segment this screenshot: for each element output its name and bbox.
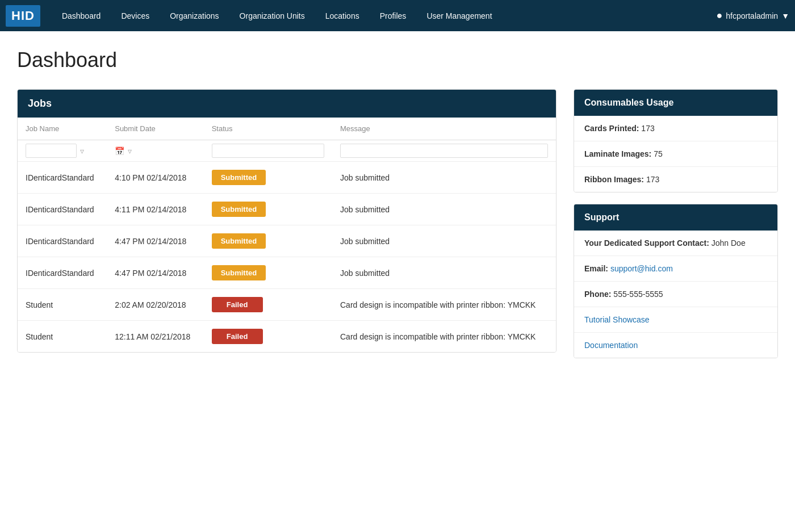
filter-submit-date-cell[interactable]: 📅 ▿ [107, 140, 203, 162]
laminate-label: Laminate Images: [584, 149, 651, 158]
cell-message: Card design is incompatible with printer… [332, 321, 556, 353]
cell-message: Card design is incompatible with printer… [332, 289, 556, 321]
filter-job-name-cell[interactable]: ▿ [18, 140, 107, 162]
phone-value: 555-555-5555 [613, 290, 663, 299]
support-header: Support [574, 204, 777, 231]
filter-job-name-input[interactable] [26, 144, 77, 158]
user-menu[interactable]: ● hfcportaladmin ▼ [716, 10, 789, 22]
table-row: Student 12:11 AM 02/21/2018 Failed Card … [18, 321, 556, 353]
nav-item-user-management[interactable]: User Management [416, 0, 502, 31]
cell-job-name: IDenticardStandard [18, 194, 107, 225]
jobs-table-head: Job Name Submit Date Status Message [18, 118, 556, 140]
cards-printed-value: 173 [641, 124, 654, 133]
nav-link-user-management[interactable]: User Management [416, 0, 502, 31]
user-icon: ● [716, 10, 722, 22]
jobs-table: Job Name Submit Date Status Message ▿ [18, 118, 556, 352]
nav-menu: Dashboard Devices Organizations Organiza… [52, 0, 717, 31]
cell-message: Job submitted [332, 162, 556, 194]
tutorial-row[interactable]: Tutorial Showcase [574, 307, 777, 333]
status-badge: Submitted [212, 265, 266, 280]
contact-value: John Doe [712, 238, 746, 248]
laminate-row: Laminate Images: 75 [574, 141, 777, 167]
nav-item-dashboard[interactable]: Dashboard [52, 0, 111, 31]
nav-link-devices[interactable]: Devices [111, 0, 160, 31]
filter-status-cell[interactable] [204, 140, 332, 162]
cell-job-name: Student [18, 321, 107, 353]
cell-status: Submitted [204, 162, 332, 194]
table-row: IDenticardStandard 4:10 PM 02/14/2018 Su… [18, 162, 556, 194]
cell-job-name: IDenticardStandard [18, 162, 107, 194]
status-badge: Submitted [212, 170, 266, 185]
col-status: Status [204, 118, 332, 140]
status-badge: Submitted [212, 233, 266, 249]
nav-link-dashboard[interactable]: Dashboard [52, 0, 111, 31]
jobs-card: Jobs Job Name Submit Date Status Message [17, 89, 556, 353]
nav-link-organizations[interactable]: Organizations [160, 0, 229, 31]
table-row: IDenticardStandard 4:47 PM 02/14/2018 Su… [18, 257, 556, 289]
cell-submit-date: 2:02 AM 02/20/2018 [107, 289, 203, 321]
cell-job-name: IDenticardStandard [18, 257, 107, 289]
nav-link-locations[interactable]: Locations [315, 0, 370, 31]
status-badge: Failed [212, 297, 263, 312]
consumables-header: Consumables Usage [574, 90, 777, 116]
cell-status: Submitted [204, 225, 332, 257]
contact-label: Your Dedicated Support Contact: [584, 238, 709, 248]
calendar-icon[interactable]: 📅 [115, 146, 124, 156]
filter-message-cell[interactable] [332, 140, 556, 162]
contact-row: Your Dedicated Support Contact: John Doe [574, 231, 777, 256]
col-submit-date: Submit Date [107, 118, 203, 140]
email-row: Email: support@hid.com [574, 256, 777, 282]
jobs-card-header: Jobs [18, 90, 556, 118]
username: hfcportaladmin [726, 11, 778, 20]
nav-link-profiles[interactable]: Profiles [370, 0, 417, 31]
support-card: Support Your Dedicated Support Contact: … [574, 204, 778, 358]
main-content: Dashboard Jobs Job Name Submit Date Stat… [0, 31, 795, 532]
status-badge: Failed [212, 329, 263, 344]
filter-date-icon[interactable]: ▿ [128, 146, 132, 156]
cell-submit-date: 12:11 AM 02/21/2018 [107, 321, 203, 353]
laminate-value: 75 [654, 149, 663, 158]
nav-item-organizations[interactable]: Organizations [160, 0, 229, 31]
filter-message-input[interactable] [340, 144, 548, 158]
dropdown-chevron-icon: ▼ [781, 11, 789, 20]
nav-item-devices[interactable]: Devices [111, 0, 160, 31]
tutorial-link[interactable]: Tutorial Showcase [584, 315, 650, 324]
col-job-name: Job Name [18, 118, 107, 140]
filter-icon[interactable]: ▿ [80, 146, 84, 156]
cell-message: Job submitted [332, 194, 556, 225]
dashboard-grid: Jobs Job Name Submit Date Status Message [17, 89, 778, 358]
ribbon-label: Ribbon Images: [584, 175, 644, 184]
cell-submit-date: 4:47 PM 02/14/2018 [107, 257, 203, 289]
phone-label: Phone: [584, 290, 611, 299]
docs-link[interactable]: Documentation [584, 341, 638, 350]
page-title: Dashboard [17, 48, 778, 72]
cell-message: Job submitted [332, 225, 556, 257]
filter-status-input[interactable] [212, 144, 324, 158]
phone-row: Phone: 555-555-5555 [574, 282, 777, 307]
nav-link-org-units[interactable]: Organization Units [229, 0, 315, 31]
ribbon-value: 173 [646, 175, 659, 184]
cards-printed-row: Cards Printed: 173 [574, 116, 777, 141]
email-link[interactable]: support@hid.com [610, 264, 673, 273]
nav-item-locations[interactable]: Locations [315, 0, 370, 31]
nav-item-profiles[interactable]: Profiles [370, 0, 417, 31]
jobs-table-body: ▿ 📅 ▿ IDenticardStandard 4:10 PM 02/14/2… [18, 140, 556, 353]
cards-printed-label: Cards Printed: [584, 124, 639, 133]
cell-submit-date: 4:10 PM 02/14/2018 [107, 162, 203, 194]
hid-logo[interactable]: HID [6, 5, 40, 27]
cell-status: Failed [204, 289, 332, 321]
cell-status: Failed [204, 321, 332, 353]
support-body: Your Dedicated Support Contact: John Doe… [574, 231, 777, 358]
cell-submit-date: 4:47 PM 02/14/2018 [107, 225, 203, 257]
table-row: IDenticardStandard 4:47 PM 02/14/2018 Su… [18, 225, 556, 257]
cell-status: Submitted [204, 194, 332, 225]
table-row: IDenticardStandard 4:11 PM 02/14/2018 Su… [18, 194, 556, 225]
nav-item-org-units[interactable]: Organization Units [229, 0, 315, 31]
col-message: Message [332, 118, 556, 140]
filter-row: ▿ 📅 ▿ [18, 140, 556, 162]
jobs-table-wrapper: Job Name Submit Date Status Message ▿ [18, 118, 556, 352]
docs-row[interactable]: Documentation [574, 333, 777, 358]
cell-status: Submitted [204, 257, 332, 289]
consumables-body: Cards Printed: 173 Laminate Images: 75 R… [574, 116, 777, 192]
status-badge: Submitted [212, 202, 266, 217]
